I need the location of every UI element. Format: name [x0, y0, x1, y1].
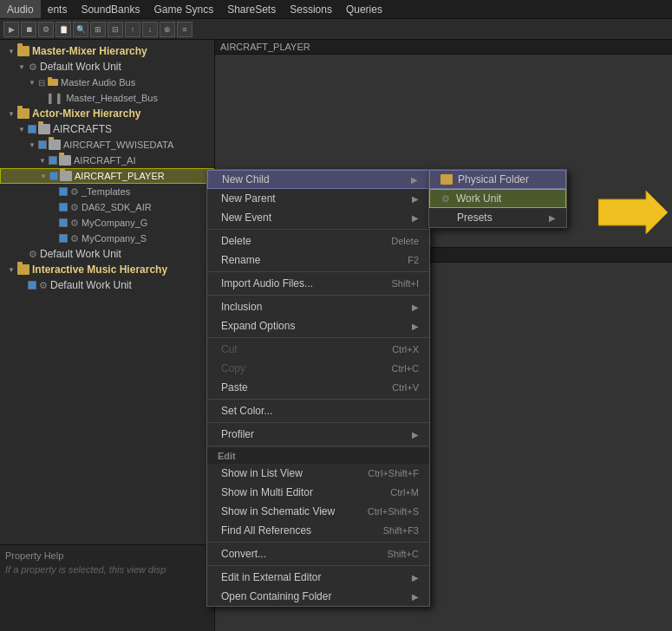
menu-audio[interactable]: Audio — [0, 0, 41, 18]
tree-item-default-wu-1[interactable]: ▼ ⚙ Default Work Unit — [0, 59, 214, 75]
menu-soundbanks[interactable]: SoundBanks — [74, 0, 147, 18]
menu-sharesets[interactable]: ShareSets — [220, 0, 283, 18]
ctx-label: Find All References — [221, 524, 311, 537]
ctx-inclusion[interactable]: Inclusion ▶ — [207, 297, 429, 316]
ctx-show-list[interactable]: Show in List View Ctrl+Shift+F — [207, 464, 429, 483]
menu-sessions[interactable]: Sessions — [283, 0, 339, 18]
menu-bar: Audio ents SoundBanks Game Syncs ShareSe… — [0, 0, 672, 19]
submenu-work-unit[interactable]: ⚙ Work Unit — [429, 189, 566, 208]
tree-item-templates[interactable]: ⚙ _Templates — [0, 184, 214, 199]
submenu-presets[interactable]: Presets ▶ — [429, 208, 566, 227]
tree-label: Interactive Music Hierarchy — [32, 263, 167, 276]
menu-queries[interactable]: Queries — [339, 0, 389, 18]
ctx-expand-options[interactable]: Expand Options ▶ — [207, 316, 429, 335]
ctx-set-color[interactable]: Set Color... — [207, 401, 429, 420]
tree-label: Master-Mixer Hierarchy — [32, 45, 147, 57]
tree-item-master-audio[interactable]: ▼ ⊟ Master Audio Bus — [0, 75, 214, 90]
shortcut-label: F2 — [408, 255, 419, 265]
ctx-new-parent[interactable]: New Parent ▶ — [207, 189, 429, 208]
ctx-find-refs[interactable]: Find All References Shift+F3 — [207, 521, 429, 540]
ctx-new-event[interactable]: New Event ▶ — [207, 208, 429, 227]
expand-arrow: ▼ — [7, 265, 16, 274]
shortcut-label: Shift+I — [392, 278, 420, 289]
ctx-convert[interactable]: Convert... Shift+C — [207, 544, 429, 563]
checkbox[interactable] — [49, 156, 57, 165]
ctx-profiler[interactable]: Profiler ▶ — [207, 425, 429, 444]
ctx-paste[interactable]: Paste Ctrl+V — [207, 378, 429, 397]
ctx-label: New Event — [221, 211, 271, 224]
toolbar-btn-11[interactable]: ≡ — [177, 22, 192, 37]
checkbox[interactable] — [28, 281, 36, 289]
submenu-arrow: ▶ — [412, 430, 419, 439]
toolbar-btn-10[interactable]: ⊕ — [160, 22, 175, 37]
ctx-rename[interactable]: Rename F2 — [207, 250, 429, 270]
tree-label: _Templates — [82, 186, 130, 197]
ctx-label: Show in List View — [221, 467, 303, 479]
ctx-label: Inclusion — [221, 301, 262, 313]
tree-item-da62[interactable]: ⚙ DA62_SDK_AIR — [0, 199, 214, 215]
tree-item-ai[interactable]: ▼ AIRCRAFT_AI — [0, 153, 214, 168]
tree-item-aircrafts[interactable]: ▼ AIRCRAFTS — [0, 121, 214, 137]
tree-item-im-hierarchy[interactable]: ▼ Interactive Music Hierarchy — [0, 262, 214, 277]
ctx-new-child[interactable]: New Child ▶ — [207, 170, 429, 189]
property-help-panel: Property Help If a property is selected,… — [0, 544, 214, 631]
bar-icon: ▌ — [49, 94, 55, 103]
ctx-import-audio[interactable]: Import Audio Files... Shift+I — [207, 274, 429, 293]
ctx-show-multi[interactable]: Show in Multi Editor Ctrl+M — [207, 483, 429, 502]
toolbar-btn-3[interactable]: ⚙ — [38, 22, 54, 37]
toolbar-btn-1[interactable]: ▶ — [3, 22, 19, 37]
tree-item-mycompany-s[interactable]: ⚙ MyCompany_S — [0, 231, 214, 246]
ctx-label: Profiler — [221, 428, 254, 440]
checkbox[interactable] — [59, 234, 68, 243]
toolbar-btn-9[interactable]: ↓ — [142, 22, 158, 37]
toolbar-btn-4[interactable]: 📋 — [55, 22, 71, 37]
separator — [207, 399, 429, 400]
tree-label: MyCompany_G — [82, 218, 147, 228]
ctx-cut: Cut Ctrl+X — [207, 340, 429, 359]
ctx-show-schematic[interactable]: Show in Schematic View Ctrl+Shift+S — [207, 502, 429, 521]
separator — [207, 542, 429, 543]
separator — [207, 337, 429, 338]
checkbox[interactable] — [28, 125, 36, 133]
checkbox[interactable] — [59, 218, 68, 227]
ctx-open-folder[interactable]: Open Containing Folder ▶ — [207, 587, 429, 606]
folder-icon — [59, 155, 71, 166]
toolbar-btn-2[interactable]: ⏹ — [21, 22, 36, 37]
arrow-annotation — [598, 191, 668, 237]
menu-ents[interactable]: ents — [41, 0, 75, 18]
ctx-label: Convert... — [221, 548, 266, 560]
shortcut-label: Shift+C — [388, 549, 419, 559]
checkbox[interactable] — [59, 203, 68, 211]
tree-item-default-wu-3[interactable]: ⚙ Default Work Unit — [0, 277, 214, 293]
checkbox[interactable] — [49, 172, 58, 180]
tree-item-headset[interactable]: ▌ ▌ Master_Headset_Bus — [0, 90, 214, 106]
ctx-label: Set Color... — [221, 405, 272, 417]
tree-item-mycompany-g[interactable]: ⚙ MyCompany_G — [0, 215, 214, 231]
tree-item-default-wu-2[interactable]: ⚙ Default Work Unit — [0, 246, 214, 262]
ctx-edit-external[interactable]: Edit in External Editor ▶ — [207, 568, 429, 587]
expand-arrow — [49, 218, 57, 227]
ctx-label: Show in Multi Editor — [221, 486, 313, 498]
submenu-arrow: ▶ — [412, 213, 419, 223]
menu-gamesyncs[interactable]: Game Syncs — [147, 0, 220, 18]
tree-item-mm-hierarchy[interactable]: ▼ Master-Mixer Hierarchy — [0, 43, 214, 59]
toolbar-btn-7[interactable]: ⊟ — [108, 22, 123, 37]
checkbox[interactable] — [59, 187, 68, 196]
submenu-physical-folder[interactable]: Physical Folder — [429, 170, 566, 189]
expand-arrow — [49, 203, 57, 211]
tree-area[interactable]: ▼ Master-Mixer Hierarchy ▼ ⚙ Default Wor… — [0, 40, 214, 544]
expand-arrow: ▼ — [28, 78, 36, 87]
folder-icon — [38, 124, 50, 134]
toolbar-btn-5[interactable]: 🔍 — [73, 22, 88, 37]
checkbox[interactable] — [38, 140, 47, 149]
tree-label: AIRCRAFT_PLAYER — [75, 171, 165, 181]
toolbar-btn-8[interactable]: ↑ — [125, 22, 140, 37]
tree-item-aircraft-player[interactable]: ▼ AIRCRAFT_PLAYER — [0, 168, 214, 184]
tree-item-am-hierarchy[interactable]: ▼ Actor-Mixer Hierarchy — [0, 106, 214, 121]
gear-icon: ⚙ — [69, 218, 80, 228]
ctx-delete[interactable]: Delete Delete — [207, 231, 429, 250]
toolbar-btn-6[interactable]: ⊞ — [90, 22, 106, 37]
tree-label: MyCompany_S — [82, 233, 147, 244]
shortcut-label: Shift+F3 — [383, 525, 419, 536]
tree-item-wwisedata[interactable]: ▼ AIRCRAFT_WWISEDATA — [0, 137, 214, 153]
